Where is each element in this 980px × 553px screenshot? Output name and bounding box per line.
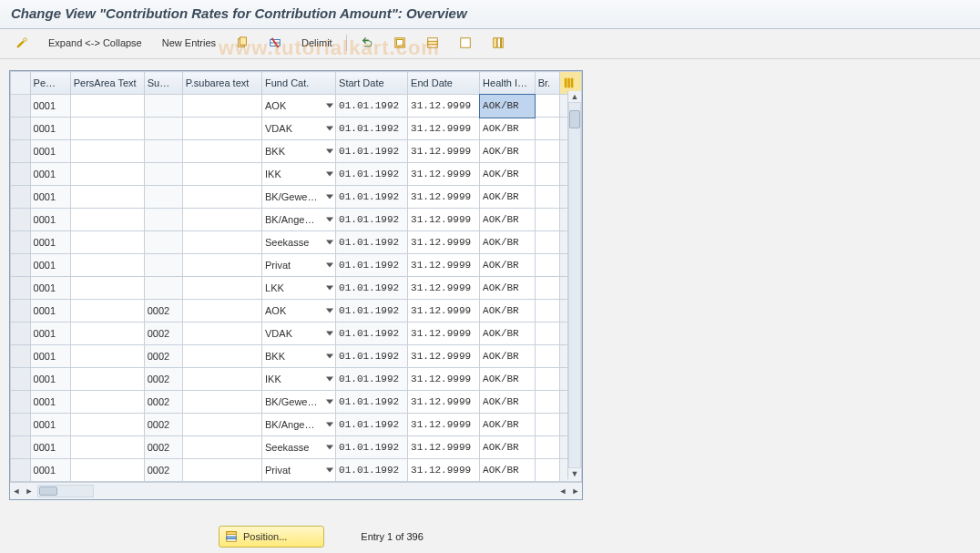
cell-start-date[interactable]: 01.01.1992	[336, 277, 408, 300]
cell-pe[interactable]: 0001	[30, 231, 70, 254]
cell-psubarea-text[interactable]	[182, 209, 261, 231]
cell-br[interactable]	[535, 459, 560, 482]
cell-su[interactable]: 0002	[144, 345, 182, 368]
cell-pe[interactable]: 0001	[30, 345, 70, 368]
cell-health-i[interactable]: AOK/BR	[480, 391, 536, 414]
col-header-health-i[interactable]: Health I…	[480, 72, 536, 95]
vscroll-up-arrow-icon[interactable]: ▲	[569, 91, 580, 102]
table-row[interactable]: 00010002Seekasse01.01.199231.12.9999AOK/…	[11, 436, 582, 459]
col-header-br[interactable]: Br.	[535, 72, 560, 95]
row-selector[interactable]	[11, 391, 31, 414]
cell-fund-cat[interactable]: Seekasse	[262, 436, 336, 459]
cell-health-i[interactable]: AOK/BR	[480, 436, 536, 459]
cell-health-i[interactable]: AOK/BR	[480, 459, 536, 482]
cell-br[interactable]	[535, 140, 560, 163]
row-selector[interactable]	[11, 254, 31, 277]
cell-psubarea-text[interactable]	[182, 414, 261, 436]
table-row[interactable]: 0001AOK01.01.199231.12.9999AOK/BR	[11, 95, 582, 118]
cell-pe[interactable]: 0001	[30, 277, 70, 300]
cell-psubarea-text[interactable]	[182, 436, 261, 459]
cell-br[interactable]	[535, 300, 560, 323]
new-entries-button[interactable]: New Entries	[154, 33, 224, 53]
cell-br[interactable]	[535, 345, 560, 368]
cell-fund-cat[interactable]: AOK	[262, 95, 336, 118]
position-button[interactable]: Position...	[219, 526, 324, 548]
cell-start-date[interactable]: 01.01.1992	[336, 436, 408, 459]
cell-start-date[interactable]: 01.01.1992	[336, 323, 408, 345]
cell-br[interactable]	[535, 436, 560, 459]
cell-pe[interactable]: 0001	[30, 254, 70, 277]
cell-su[interactable]	[144, 163, 182, 186]
horizontal-scrollbar[interactable]: ◄ ► ◄ ►	[10, 482, 582, 499]
cell-pe[interactable]: 0001	[30, 391, 70, 414]
cell-end-date[interactable]: 31.12.9999	[408, 163, 480, 186]
cell-end-date[interactable]: 31.12.9999	[408, 345, 480, 368]
table-row[interactable]: 00010002BKK01.01.199231.12.9999AOK/BR	[11, 345, 582, 368]
dropdown-arrow-icon[interactable]	[326, 309, 333, 313]
cell-fund-cat[interactable]: IKK	[262, 163, 336, 186]
cell-health-i[interactable]: AOK/BR	[480, 345, 536, 368]
cell-su[interactable]	[144, 209, 182, 231]
cell-start-date[interactable]: 01.01.1992	[336, 459, 408, 482]
cell-persarea-text[interactable]	[70, 163, 144, 186]
cell-fund-cat[interactable]: VDAK	[262, 323, 336, 345]
cell-psubarea-text[interactable]	[182, 163, 261, 186]
cell-pe[interactable]: 0001	[30, 436, 70, 459]
cell-start-date[interactable]: 01.01.1992	[336, 209, 408, 231]
col-header-rowselector[interactable]	[11, 72, 31, 95]
delete-button[interactable]	[260, 33, 290, 53]
cell-br[interactable]	[535, 391, 560, 414]
cell-end-date[interactable]: 31.12.9999	[408, 323, 480, 345]
row-selector[interactable]	[11, 300, 31, 323]
select-all-button[interactable]	[385, 33, 414, 53]
dropdown-arrow-icon[interactable]	[326, 332, 333, 336]
cell-end-date[interactable]: 31.12.9999	[408, 391, 480, 414]
cell-fund-cat[interactable]: BK/Ange…	[262, 414, 336, 436]
cell-br[interactable]	[535, 368, 560, 391]
col-header-end-date[interactable]: End Date	[408, 72, 480, 95]
cell-start-date[interactable]: 01.01.1992	[336, 140, 408, 163]
cell-end-date[interactable]: 31.12.9999	[408, 300, 480, 323]
table-row[interactable]: 0001BKK01.01.199231.12.9999AOK/BR	[11, 140, 582, 163]
cell-br[interactable]	[535, 231, 560, 254]
row-selector[interactable]	[11, 345, 31, 368]
cell-end-date[interactable]: 31.12.9999	[408, 95, 480, 118]
copy-as-button[interactable]	[228, 33, 257, 53]
cell-pe[interactable]: 0001	[30, 209, 70, 231]
cell-su[interactable]	[144, 277, 182, 300]
row-selector[interactable]	[11, 118, 31, 140]
cell-fund-cat[interactable]: LKK	[262, 277, 336, 300]
cell-end-date[interactable]: 31.12.9999	[408, 368, 480, 391]
table-row[interactable]: 0001BK/Ange…01.01.199231.12.9999AOK/BR	[11, 209, 582, 231]
row-selector[interactable]	[11, 323, 31, 345]
row-selector[interactable]	[11, 95, 31, 118]
cell-psubarea-text[interactable]	[182, 300, 261, 323]
cell-pe[interactable]: 0001	[30, 140, 70, 163]
cell-fund-cat[interactable]: Privat	[262, 254, 336, 277]
table-row[interactable]: 00010002IKK01.01.199231.12.9999AOK/BR	[11, 368, 582, 391]
cell-end-date[interactable]: 31.12.9999	[408, 414, 480, 436]
vertical-scrollbar[interactable]: ▲ ▼	[567, 91, 581, 479]
table-row[interactable]: 0001BK/Gewe…01.01.199231.12.9999AOK/BR	[11, 186, 582, 209]
row-selector[interactable]	[11, 459, 31, 482]
cell-br[interactable]	[535, 186, 560, 209]
row-selector[interactable]	[11, 436, 31, 459]
cell-persarea-text[interactable]	[70, 140, 144, 163]
undo-button[interactable]	[352, 33, 382, 53]
cell-psubarea-text[interactable]	[182, 368, 261, 391]
cell-end-date[interactable]: 31.12.9999	[408, 436, 480, 459]
cell-fund-cat[interactable]: BKK	[262, 140, 336, 163]
cell-su[interactable]	[144, 140, 182, 163]
cell-su[interactable]	[144, 95, 182, 118]
cell-su[interactable]	[144, 231, 182, 254]
vscroll-thumb[interactable]	[569, 110, 580, 128]
table-row[interactable]: 00010002BK/Ange…01.01.199231.12.9999AOK/…	[11, 414, 582, 436]
cell-end-date[interactable]: 31.12.9999	[408, 186, 480, 209]
cell-br[interactable]	[535, 95, 560, 118]
cell-fund-cat[interactable]: BK/Ange…	[262, 209, 336, 231]
row-selector[interactable]	[11, 163, 31, 186]
dropdown-arrow-icon[interactable]	[326, 400, 333, 405]
cell-psubarea-text[interactable]	[182, 391, 261, 414]
col-header-start-date[interactable]: Start Date	[336, 72, 408, 95]
cell-end-date[interactable]: 31.12.9999	[408, 277, 480, 300]
